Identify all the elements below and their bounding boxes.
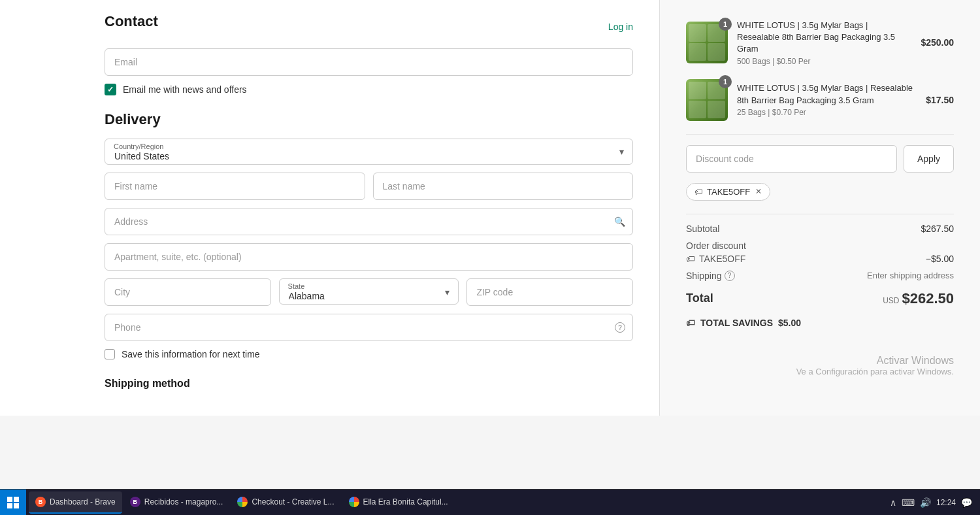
item-1-badge: 1 bbox=[719, 18, 732, 31]
discount-code-value-label: TAKE5OFF bbox=[699, 254, 745, 264]
item-2-name: WHITE LOTUS | 3.5g Mylar Bags | Resealab… bbox=[737, 82, 917, 106]
shipping-label: Shipping bbox=[686, 271, 722, 281]
tag-icon: 🏷 bbox=[694, 187, 703, 197]
newsletter-row: Email me with news and offers bbox=[105, 84, 633, 95]
apt-input[interactable] bbox=[105, 243, 633, 271]
subtotal-value: $267.50 bbox=[921, 224, 954, 234]
coupon-tag[interactable]: 🏷 TAKE5OFF ✕ bbox=[686, 183, 770, 201]
zip-group bbox=[466, 278, 633, 306]
savings-value: $5.00 bbox=[778, 318, 801, 328]
totals-section: Subtotal $267.50 Order discount 🏷 TAKE5O… bbox=[686, 214, 954, 328]
search-icon: 🔍 bbox=[614, 216, 625, 227]
country-select[interactable]: United States bbox=[105, 139, 633, 165]
activate-windows-notice: Activar Windows Ve a Configuración para … bbox=[796, 355, 954, 376]
newsletter-checkbox[interactable] bbox=[105, 84, 116, 95]
zip-input[interactable] bbox=[466, 278, 633, 306]
total-value-group: USD $262.50 bbox=[883, 290, 954, 307]
first-name-input[interactable] bbox=[105, 173, 365, 200]
item-1-details: WHITE LOTUS | 3.5g Mylar Bags | Resealab… bbox=[737, 20, 911, 66]
order-item-1: 1 WHITE LOTUS | 3.5g Mylar Bags | Reseal… bbox=[686, 20, 954, 66]
state-select[interactable]: Alabama bbox=[279, 278, 459, 305]
country-group: Country/Region United States ▾ bbox=[105, 139, 633, 165]
item-1-price: $250.00 bbox=[921, 37, 954, 48]
item-1-variant: 500 Bags | $0.50 Per bbox=[737, 57, 911, 66]
city-group bbox=[105, 278, 271, 306]
save-row: Save this information for next time bbox=[105, 349, 633, 359]
apt-group bbox=[105, 243, 633, 271]
phone-group: ? bbox=[105, 314, 633, 341]
discount-input[interactable] bbox=[686, 145, 897, 173]
address-group: 🔍 bbox=[105, 208, 633, 235]
savings-tag-icon: 🏷 bbox=[686, 318, 695, 328]
item-2-image-wrap: 1 bbox=[686, 79, 728, 121]
subtotal-label: Subtotal bbox=[686, 224, 719, 234]
subtotal-row: Subtotal $267.50 bbox=[686, 224, 954, 234]
last-name-group bbox=[373, 173, 634, 200]
delivery-title: Delivery bbox=[105, 111, 633, 128]
discount-amount: −$5.00 bbox=[926, 254, 954, 264]
order-discount-row: Order discount bbox=[686, 241, 954, 251]
savings-label: TOTAL SAVINGS bbox=[700, 318, 773, 328]
city-input[interactable] bbox=[105, 278, 271, 306]
save-label: Save this information for next time bbox=[122, 349, 260, 359]
first-name-group bbox=[105, 173, 365, 200]
order-discount-label: Order discount bbox=[686, 241, 746, 251]
total-label: Total bbox=[686, 291, 713, 305]
item-2-variant: 25 Bags | $0.70 Per bbox=[737, 108, 917, 117]
coupon-remove-icon[interactable]: ✕ bbox=[755, 187, 762, 196]
apply-button[interactable]: Apply bbox=[904, 145, 954, 173]
total-price: $262.50 bbox=[902, 290, 954, 307]
shipping-title: Shipping method bbox=[105, 378, 633, 390]
coupon-code-label: TAKE5OFF bbox=[707, 187, 750, 197]
discount-tag-icon: 🏷 bbox=[686, 254, 695, 264]
newsletter-label: Email me with news and offers bbox=[123, 84, 247, 95]
savings-row: 🏷 TOTAL SAVINGS $5.00 bbox=[686, 318, 954, 328]
contact-title: Contact bbox=[105, 13, 158, 30]
shipping-value: Enter shipping address bbox=[867, 271, 954, 280]
items-divider bbox=[686, 134, 954, 135]
phone-input[interactable] bbox=[105, 314, 633, 341]
total-big-row: Total USD $262.50 bbox=[686, 290, 954, 307]
item-1-name: WHITE LOTUS | 3.5g Mylar Bags | Resealab… bbox=[737, 20, 911, 56]
shipping-info-icon[interactable]: ? bbox=[725, 271, 735, 281]
last-name-input[interactable] bbox=[373, 173, 634, 200]
order-item-2: 1 WHITE LOTUS | 3.5g Mylar Bags | Reseal… bbox=[686, 79, 954, 121]
item-2-badge: 1 bbox=[719, 75, 732, 88]
shipping-row: Shipping ? Enter shipping address bbox=[686, 271, 954, 281]
item-2-price: $17.50 bbox=[926, 95, 954, 105]
discount-row: Apply bbox=[686, 145, 954, 173]
state-group: State Alabama ▾ bbox=[279, 278, 459, 306]
activate-title: Activar Windows bbox=[796, 355, 954, 367]
currency-label: USD bbox=[883, 296, 899, 305]
item-2-details: WHITE LOTUS | 3.5g Mylar Bags | Resealab… bbox=[737, 82, 917, 116]
activate-subtitle: Ve a Configuración para activar Windows. bbox=[796, 367, 954, 376]
save-checkbox[interactable] bbox=[105, 349, 115, 359]
address-input[interactable] bbox=[105, 208, 633, 235]
phone-help-icon[interactable]: ? bbox=[615, 322, 625, 333]
email-group bbox=[105, 48, 633, 76]
email-input[interactable] bbox=[105, 48, 633, 76]
discount-code-row: 🏷 TAKE5OFF −$5.00 bbox=[686, 254, 954, 264]
login-link[interactable]: Log in bbox=[608, 22, 633, 32]
item-1-image-wrap: 1 bbox=[686, 22, 728, 63]
